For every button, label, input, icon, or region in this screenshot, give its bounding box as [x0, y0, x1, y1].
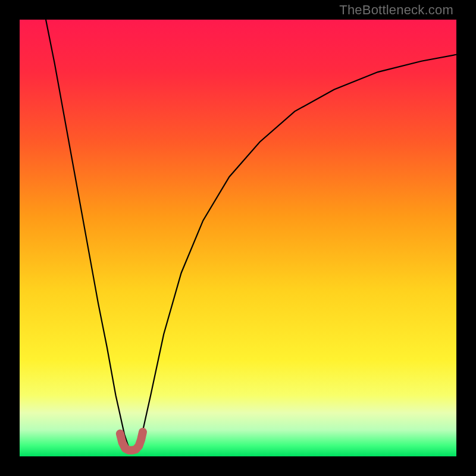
chart-svg	[20, 20, 456, 456]
plot-area	[20, 20, 456, 456]
chart-frame: TheBottleneck.com	[0, 0, 476, 476]
watermark-text: TheBottleneck.com	[339, 2, 453, 18]
bottleneck-curve	[46, 20, 456, 450]
trough-marker	[120, 432, 143, 450]
